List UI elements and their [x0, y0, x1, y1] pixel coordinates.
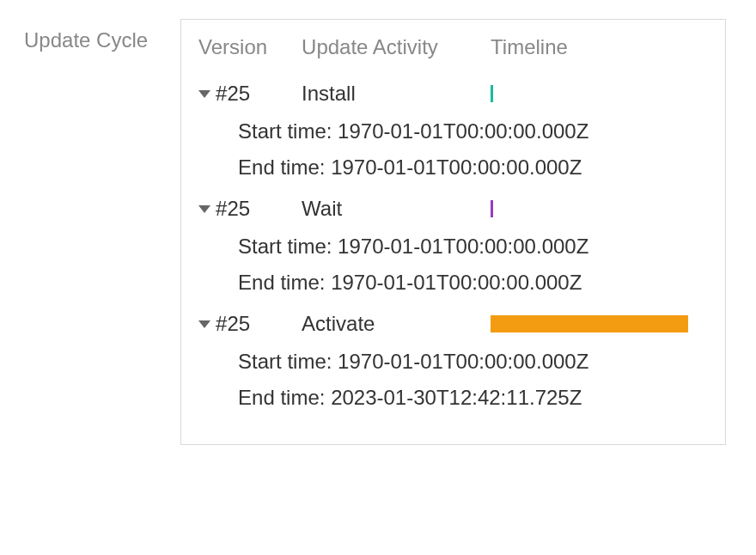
table-row: #25 Activate Start time: 1970-01-01T00:0…: [198, 307, 708, 417]
header-timeline: Timeline: [491, 35, 708, 59]
end-time-value: 1970-01-01T00:00:00.000Z: [331, 271, 582, 294]
activity-value: Install: [302, 82, 491, 106]
end-time-value: 2023-01-30T12:42:11.725Z: [331, 386, 582, 409]
header-version: Version: [198, 35, 302, 59]
end-time-row: End time: 2023-01-30T12:42:11.725Z: [238, 381, 708, 417]
timeline-bar: [491, 85, 493, 102]
version-value: #25: [216, 312, 250, 336]
end-time-row: End time: 1970-01-01T00:00:00.000Z: [238, 265, 708, 302]
timeline-bar-container: [491, 200, 708, 217]
chevron-down-icon[interactable]: [198, 205, 210, 213]
version-value: #25: [216, 82, 250, 106]
end-time-row: End time: 1970-01-01T00:00:00.000Z: [238, 150, 708, 186]
table-header: Version Update Activity Timeline: [198, 35, 708, 59]
timeline-bar: [491, 315, 688, 332]
activity-value: Wait: [302, 197, 491, 221]
activity-value: Activate: [302, 312, 491, 336]
chevron-down-icon[interactable]: [198, 90, 210, 98]
table-row: #25 Wait Start time: 1970-01-01T00:00:00…: [198, 192, 708, 302]
start-time-row: Start time: 1970-01-01T00:00:00.000Z: [238, 114, 708, 150]
start-time-value: 1970-01-01T00:00:00.000Z: [338, 235, 588, 258]
start-time-row: Start time: 1970-01-01T00:00:00.000Z: [238, 229, 708, 265]
timeline-bar-container: [491, 85, 708, 102]
end-time-value: 1970-01-01T00:00:00.000Z: [331, 156, 582, 179]
start-time-value: 1970-01-01T00:00:00.000Z: [338, 119, 588, 143]
start-time-row: Start time: 1970-01-01T00:00:00.000Z: [238, 345, 708, 381]
update-cycle-panel: Version Update Activity Timeline #25 Ins…: [180, 19, 726, 445]
timeline-bar: [491, 200, 493, 217]
timeline-bar-container: [491, 315, 708, 332]
header-activity: Update Activity: [302, 35, 491, 59]
table-row: #25 Install Start time: 1970-01-01T00:00…: [198, 76, 708, 186]
chevron-down-icon[interactable]: [198, 320, 210, 328]
section-label: Update Cycle: [24, 19, 148, 56]
version-value: #25: [216, 197, 250, 221]
start-time-value: 1970-01-01T00:00:00.000Z: [338, 350, 588, 373]
